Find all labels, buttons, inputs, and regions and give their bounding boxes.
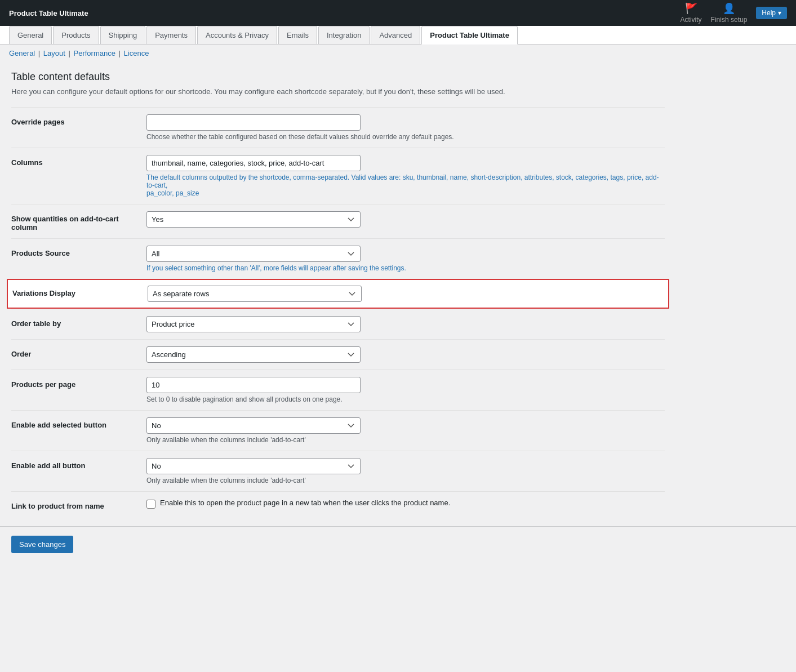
tab-shipping[interactable]: Shipping (100, 26, 146, 44)
variations-display-select[interactable]: As separate rows As dropdown Hidden (148, 286, 362, 302)
override-pages-label: Override pages (11, 114, 135, 126)
link-to-product-label: Link to product from name (11, 499, 135, 510)
top-bar-right: 🚩 Activity 👤 Finish setup Help ▾ (681, 2, 787, 24)
top-bar: Product Table Ultimate 🚩 Activity 👤 Fini… (0, 0, 796, 26)
tab-advanced[interactable]: Advanced (371, 26, 420, 44)
activity-button[interactable]: 🚩 Activity (681, 2, 702, 24)
chevron-down-icon: ▾ (778, 9, 781, 17)
help-button[interactable]: Help ▾ (756, 7, 787, 19)
tab-product-table-ultimate[interactable]: Product Table Ultimate (421, 26, 518, 44)
products-source-content: All Category Tag Attribute If you select… (135, 246, 665, 272)
enable-add-all-row: Enable add all button No Yes Only availa… (11, 451, 665, 491)
enable-add-all-select[interactable]: No Yes (146, 458, 361, 474)
products-per-page-input[interactable] (146, 377, 361, 393)
app-title: Product Table Ultimate (9, 9, 88, 17)
products-source-hint: If you select something other than 'All'… (146, 264, 665, 272)
order-table-by-label: Order table by (11, 316, 135, 328)
sub-nav: General | Layout | Performance | Licence (0, 44, 796, 62)
variations-display-row: Variations Display As separate rows As d… (7, 279, 669, 309)
enable-add-selected-label: Enable add selected button (11, 417, 135, 429)
tab-emails[interactable]: Emails (278, 26, 317, 44)
override-pages-content: Choose whether the table configured base… (135, 114, 665, 141)
products-per-page-row: Products per page Set to 0 to disable pa… (11, 370, 665, 410)
nav-tabs: General Products Shipping Payments Accou… (0, 26, 796, 44)
tab-general[interactable]: General (9, 26, 52, 44)
link-to-product-checkbox-label: Enable this to open the product page in … (160, 499, 450, 507)
section-title: Table content defaults (11, 71, 665, 83)
enable-add-selected-select[interactable]: No Yes (146, 417, 361, 434)
show-quantities-content: Yes No (135, 211, 665, 228)
show-quantities-row: Show quantities on add-to-cart column Ye… (11, 204, 665, 238)
footer-bar: Save changes (0, 526, 796, 562)
save-changes-button[interactable]: Save changes (11, 536, 73, 553)
activity-icon: 🚩 (685, 2, 697, 15)
products-source-select[interactable]: All Category Tag Attribute (146, 246, 361, 262)
products-source-label: Products Source (11, 246, 135, 257)
columns-row: Columns The default columns outputted by… (11, 148, 665, 204)
order-table-by-content: Product price Name Date Random Menu orde… (135, 316, 665, 332)
override-pages-input[interactable] (146, 114, 361, 131)
link-to-product-row: Link to product from name Enable this to… (11, 491, 665, 517)
link-to-product-content: Enable this to open the product page in … (135, 499, 665, 509)
show-quantities-select[interactable]: Yes No (146, 211, 361, 228)
products-per-page-content: Set to 0 to disable pagination and show … (135, 377, 665, 403)
columns-input[interactable] (146, 155, 361, 171)
main-content: Table content defaults Here you can conf… (0, 62, 676, 526)
variations-display-label: Variations Display (12, 286, 136, 297)
finish-setup-button[interactable]: 👤 Finish setup (711, 2, 748, 24)
tab-integration[interactable]: Integration (318, 26, 370, 44)
subnav-licence[interactable]: Licence (124, 49, 149, 57)
enable-add-all-label: Enable add all button (11, 458, 135, 470)
override-pages-row: Override pages Choose whether the table … (11, 107, 665, 148)
show-quantities-label: Show quantities on add-to-cart column (11, 211, 135, 232)
order-label: Order (11, 346, 135, 358)
products-per-page-label: Products per page (11, 377, 135, 389)
tab-products[interactable]: Products (53, 26, 99, 44)
subnav-performance[interactable]: Performance (74, 49, 115, 57)
variations-display-content: As separate rows As dropdown Hidden (136, 286, 664, 302)
subnav-layout[interactable]: Layout (43, 49, 65, 57)
tab-payments[interactable]: Payments (146, 26, 196, 44)
enable-add-all-hint: Only available when the columns include … (146, 477, 665, 484)
link-to-product-checkbox-row: Enable this to open the product page in … (146, 499, 665, 509)
order-content: Ascending Descending (135, 346, 665, 363)
profile-icon: 👤 (723, 2, 735, 15)
products-source-row: Products Source All Category Tag Attribu… (11, 238, 665, 279)
section-description: Here you can configure your default opti… (11, 87, 665, 96)
link-to-product-checkbox[interactable] (146, 500, 155, 509)
order-row: Order Ascending Descending (11, 339, 665, 370)
columns-label: Columns (11, 155, 135, 167)
enable-add-selected-row: Enable add selected button No Yes Only a… (11, 410, 665, 451)
tab-accounts-privacy[interactable]: Accounts & Privacy (197, 26, 277, 44)
products-per-page-hint: Set to 0 to disable pagination and show … (146, 395, 665, 403)
enable-add-selected-content: No Yes Only available when the columns i… (135, 417, 665, 444)
enable-add-all-content: No Yes Only available when the columns i… (135, 458, 665, 484)
order-select[interactable]: Ascending Descending (146, 346, 361, 363)
override-pages-hint: Choose whether the table configured base… (146, 133, 665, 141)
columns-hint: The default columns outputted by the sho… (146, 173, 665, 197)
order-table-by-row: Order table by Product price Name Date R… (11, 309, 665, 339)
columns-content: The default columns outputted by the sho… (135, 155, 665, 197)
order-table-by-select[interactable]: Product price Name Date Random Menu orde… (146, 316, 361, 332)
subnav-general[interactable]: General (9, 49, 35, 57)
enable-add-selected-hint: Only available when the columns include … (146, 436, 665, 444)
